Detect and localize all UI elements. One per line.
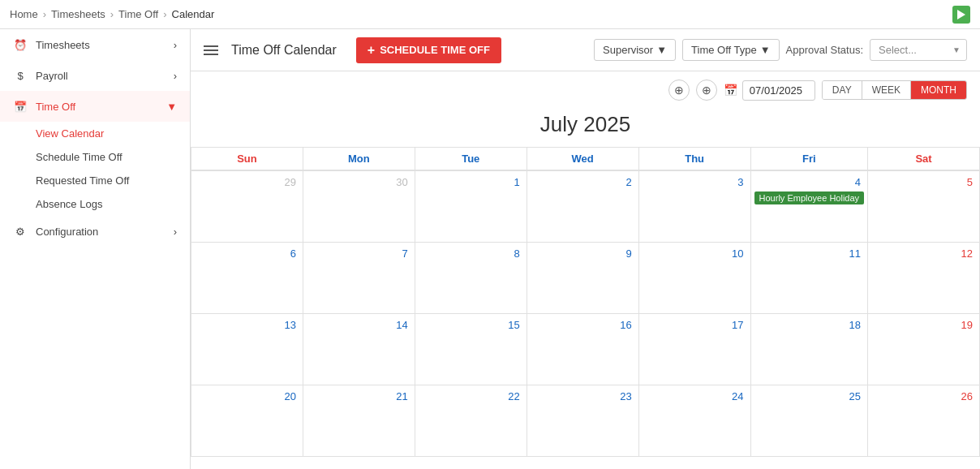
- schedule-btn-label: SCHEDULE TIME OFF: [380, 44, 490, 56]
- day-number: 3: [643, 174, 747, 190]
- day-number: 18: [754, 317, 865, 333]
- day-number: 24: [643, 389, 747, 404]
- col-sat: Sat: [868, 148, 980, 171]
- day-number: 22: [419, 389, 523, 404]
- timeoff-type-label: Time Off Type: [691, 44, 757, 56]
- calendar-cell[interactable]: 3: [638, 170, 750, 242]
- svg-marker-0: [957, 10, 965, 19]
- day-number: 11: [754, 246, 865, 261]
- calendar-cell[interactable]: 21: [303, 385, 415, 456]
- top-bar: Home › Timesheets › Time Off › Calendar: [0, 0, 980, 29]
- calendar-event[interactable]: Hourly Employee Holiday: [754, 191, 865, 204]
- sep1: ›: [43, 8, 46, 20]
- sidebar-sub-view-calendar[interactable]: View Calendar: [0, 122, 190, 145]
- day-number: 26: [871, 389, 976, 404]
- plus-icon: +: [368, 43, 375, 58]
- day-number: 4: [754, 174, 865, 190]
- sidebar-label-timeoff: Time Off: [36, 101, 75, 113]
- approval-status-label: Approval Status:: [786, 44, 863, 56]
- sidebar-sub-requested-timeoff[interactable]: Requested Time Off: [0, 169, 190, 192]
- day-number: 17: [643, 317, 747, 333]
- col-mon: Mon: [303, 148, 415, 171]
- col-thu: Thu: [638, 148, 750, 171]
- day-number: 2: [531, 174, 635, 190]
- sidebar-item-payroll[interactable]: $ Payroll ›: [0, 60, 190, 91]
- clock-icon: ⏰: [13, 37, 28, 52]
- calendar-cell[interactable]: 9: [527, 242, 638, 313]
- day-view-button[interactable]: DAY: [823, 81, 862, 99]
- calendar-cell[interactable]: 6: [191, 242, 303, 313]
- sidebar-label-payroll: Payroll: [36, 70, 68, 82]
- day-number: 6: [195, 246, 299, 261]
- calendar-cell[interactable]: 22: [415, 385, 527, 456]
- calendar-cell[interactable]: 11: [750, 242, 868, 313]
- sidebar-sub-absence-logs[interactable]: Absence Logs: [0, 192, 190, 216]
- sidebar-item-timesheets[interactable]: ⏰ Timesheets ›: [0, 29, 190, 60]
- view-toggle: DAY WEEK MONTH: [822, 80, 967, 100]
- calendar-cell[interactable]: 15: [415, 313, 527, 385]
- day-number: 14: [307, 317, 411, 333]
- day-number: 16: [531, 317, 635, 333]
- day-number: 5: [871, 174, 976, 190]
- date-input-wrap: 📅: [724, 80, 815, 101]
- day-number: 13: [195, 317, 299, 333]
- page-title: Time Off Calendar: [231, 43, 337, 58]
- arrow-configuration: ›: [174, 226, 177, 238]
- calendar-cell[interactable]: 26: [868, 385, 980, 456]
- calendar-cell[interactable]: 1: [415, 170, 527, 242]
- supervisor-filter[interactable]: Supervisor ▼: [594, 39, 676, 61]
- col-sun: Sun: [191, 148, 303, 171]
- calendar-cell[interactable]: 2: [527, 170, 638, 242]
- sep3: ›: [163, 8, 166, 20]
- supervisor-chevron: ▼: [656, 44, 667, 56]
- arrow-timeoff: ▼: [166, 101, 177, 113]
- prev-nav-button[interactable]: ⊕: [668, 80, 690, 101]
- day-number: 1: [419, 174, 523, 190]
- sidebar-item-configuration[interactable]: ⚙ Configuration ›: [0, 216, 190, 247]
- calendar-cell[interactable]: 20: [191, 385, 303, 456]
- main-content: Time Off Calendar + SCHEDULE TIME OFF Su…: [191, 29, 980, 469]
- schedule-time-off-button[interactable]: + SCHEDULE TIME OFF: [356, 37, 501, 63]
- calendar-cell[interactable]: 29: [191, 170, 303, 242]
- hamburger-menu[interactable]: [204, 45, 218, 55]
- calendar-cell[interactable]: 14: [303, 313, 415, 385]
- calendar-cell[interactable]: 12: [868, 242, 980, 313]
- calendar-cell[interactable]: 23: [527, 385, 638, 456]
- calendar-cell[interactable]: 16: [527, 313, 638, 385]
- month-view-button[interactable]: MONTH: [911, 81, 966, 99]
- play-icon[interactable]: [952, 6, 970, 24]
- breadcrumb-timesheets[interactable]: Timesheets: [51, 8, 105, 20]
- calendar-icon: 📅: [13, 99, 28, 114]
- calendar-cell[interactable]: 18: [750, 313, 868, 385]
- week-view-button[interactable]: WEEK: [862, 81, 911, 99]
- calendar-cell[interactable]: 24: [638, 385, 750, 456]
- calendar-cell[interactable]: 5: [868, 170, 980, 242]
- day-number: 21: [307, 389, 411, 404]
- next-nav-button[interactable]: ⊕: [696, 80, 717, 101]
- approval-status-select[interactable]: Select...: [870, 39, 967, 61]
- top-bar-right: [952, 6, 970, 24]
- calendar-cell[interactable]: 4Hourly Employee Holiday: [750, 170, 868, 242]
- calendar-cell[interactable]: 17: [638, 313, 750, 385]
- calendar-cell[interactable]: 13: [191, 313, 303, 385]
- breadcrumb-home[interactable]: Home: [10, 8, 38, 20]
- sidebar-sub-schedule-timeoff[interactable]: Schedule Time Off: [0, 145, 190, 169]
- calendar-cell[interactable]: 30: [303, 170, 415, 242]
- sidebar-label-timesheets: Timesheets: [36, 39, 90, 51]
- calendar-month-title: July 2025: [191, 109, 980, 147]
- supervisor-label: Supervisor: [603, 44, 653, 56]
- date-input[interactable]: [742, 80, 815, 101]
- sidebar-item-timeoff[interactable]: 📅 Time Off ▼: [0, 91, 190, 122]
- calendar-cell[interactable]: 25: [750, 385, 868, 456]
- layout: ⏰ Timesheets › $ Payroll › 📅 Time Off ▼ …: [0, 29, 980, 469]
- calendar-cell[interactable]: 10: [638, 242, 750, 313]
- timeoff-type-filter[interactable]: Time Off Type ▼: [682, 39, 780, 61]
- breadcrumb-timeoff[interactable]: Time Off: [118, 8, 158, 20]
- calendar-cell[interactable]: 19: [868, 313, 980, 385]
- day-number: 20: [195, 389, 299, 404]
- calendar-cell[interactable]: 7: [303, 242, 415, 313]
- calendar-cell[interactable]: 8: [415, 242, 527, 313]
- day-number: 25: [754, 389, 865, 404]
- day-number: 10: [643, 246, 747, 261]
- sidebar: ⏰ Timesheets › $ Payroll › 📅 Time Off ▼ …: [0, 29, 191, 469]
